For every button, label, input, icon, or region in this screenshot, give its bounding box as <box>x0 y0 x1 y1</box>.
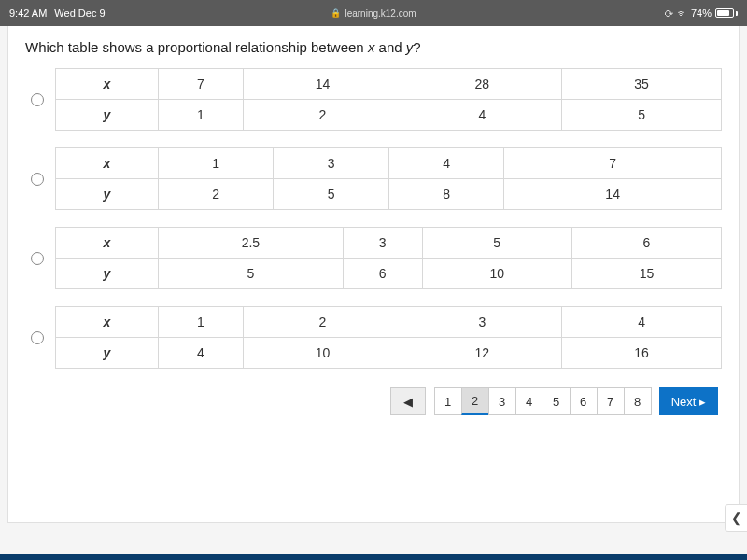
page-6[interactable]: 6 <box>570 387 598 415</box>
table-cell: 7 <box>159 69 244 100</box>
page-1[interactable]: 1 <box>434 387 462 415</box>
battery-icon <box>715 8 738 18</box>
content-area: Which table shows a proportional relatio… <box>7 26 740 523</box>
wifi-icon: ⟳ ᯤ <box>664 7 687 19</box>
table-cell: 35 <box>562 69 722 100</box>
table-cell: 2.5 <box>159 228 344 259</box>
row-header-y: y <box>56 338 159 369</box>
radio-1[interactable] <box>31 93 44 106</box>
chevron-left-icon: ❮ <box>731 511 742 525</box>
table-cell: 1 <box>159 100 244 131</box>
row-header-x: x <box>56 148 159 179</box>
device-status-bar: 9:42 AM Wed Dec 9 🔒 learning.k12.com ⟳ ᯤ… <box>0 0 747 26</box>
page-4[interactable]: 4 <box>515 387 543 415</box>
table-cell: 28 <box>402 69 562 100</box>
row-header-y: y <box>56 259 159 289</box>
table-cell: 6 <box>571 228 721 259</box>
radio-4[interactable] <box>31 331 44 344</box>
option-4[interactable]: x 1 2 3 4 y 4 10 12 16 <box>25 306 722 369</box>
table-cell: 10 <box>422 259 571 289</box>
table-cell: 16 <box>562 338 722 369</box>
prev-button[interactable]: ◀ <box>390 387 426 415</box>
table-cell: 2 <box>243 100 402 131</box>
row-header-y: y <box>56 179 159 210</box>
bottom-accent-bar <box>0 554 747 560</box>
table-1: x 7 14 28 35 y 1 2 4 5 <box>55 68 722 131</box>
status-time: 9:42 AM <box>9 7 47 19</box>
table-cell: 5 <box>562 100 722 131</box>
page-5[interactable]: 5 <box>543 387 571 415</box>
row-header-x: x <box>56 228 159 259</box>
table-cell: 3 <box>274 148 388 179</box>
lock-icon: 🔒 <box>331 8 341 18</box>
table-cell: 2 <box>243 307 402 338</box>
next-label: Next ▸ <box>671 395 706 409</box>
table-cell: 3 <box>343 228 422 259</box>
table-cell: 1 <box>159 148 274 179</box>
pagination: ◀ 1 2 3 4 5 6 7 8 Next ▸ <box>25 387 718 415</box>
page-8[interactable]: 8 <box>624 387 652 415</box>
question-text: Which table shows a proportional relatio… <box>25 39 722 55</box>
side-collapse-tab[interactable]: ❮ <box>725 504 747 532</box>
table-cell: 14 <box>243 69 402 100</box>
row-header-x: x <box>56 69 159 100</box>
page-2[interactable]: 2 <box>461 387 489 415</box>
table-cell: 3 <box>402 307 562 338</box>
row-header-y: y <box>56 100 159 131</box>
row-header-x: x <box>56 307 159 338</box>
next-button[interactable]: Next ▸ <box>659 387 718 415</box>
table-cell: 4 <box>402 100 562 131</box>
table-cell: 12 <box>402 338 562 369</box>
table-3: x 2.5 3 5 6 y 5 6 10 15 <box>55 227 722 289</box>
option-3[interactable]: x 2.5 3 5 6 y 5 6 10 15 <box>25 227 722 289</box>
battery-percent: 74% <box>691 7 712 19</box>
table-cell: 15 <box>571 259 721 289</box>
table-cell: 4 <box>159 338 244 369</box>
chevron-left-icon: ◀ <box>403 395 413 409</box>
table-cell: 14 <box>504 179 722 210</box>
url-text: learning.k12.com <box>345 8 416 19</box>
radio-2[interactable] <box>31 173 44 186</box>
table-cell: 5 <box>274 179 388 210</box>
table-cell: 1 <box>159 307 244 338</box>
table-cell: 6 <box>343 259 422 289</box>
table-cell: 5 <box>159 259 344 289</box>
table-cell: 4 <box>388 148 503 179</box>
options-container: x 7 14 28 35 y 1 2 4 5 x <box>25 68 722 369</box>
table-cell: 10 <box>243 338 402 369</box>
radio-3[interactable] <box>31 252 44 265</box>
status-date: Wed Dec 9 <box>54 7 105 19</box>
page-7[interactable]: 7 <box>597 387 625 415</box>
page-3[interactable]: 3 <box>488 387 516 415</box>
table-cell: 4 <box>562 307 722 338</box>
table-cell: 8 <box>388 179 503 210</box>
table-4: x 1 2 3 4 y 4 10 12 16 <box>55 306 722 369</box>
option-2[interactable]: x 1 3 4 7 y 2 5 8 14 <box>25 147 722 210</box>
table-2: x 1 3 4 7 y 2 5 8 14 <box>55 147 722 210</box>
table-cell: 5 <box>422 228 571 259</box>
option-1[interactable]: x 7 14 28 35 y 1 2 4 5 <box>25 68 722 131</box>
table-cell: 2 <box>159 179 274 210</box>
table-cell: 7 <box>504 148 722 179</box>
